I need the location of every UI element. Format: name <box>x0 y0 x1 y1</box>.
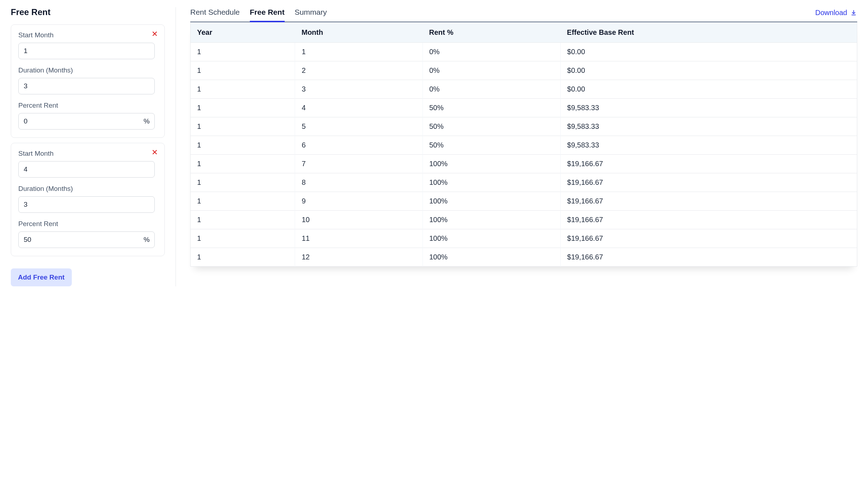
table-row: 1450%$9,583.33 <box>191 99 857 117</box>
table-cell: 1 <box>191 136 295 155</box>
table-wrap: YearMonthRent %Effective Base Rent 110%$… <box>190 22 857 267</box>
table-row: 110100%$19,166.67 <box>191 211 857 229</box>
close-icon <box>151 30 159 38</box>
table-cell: 3 <box>295 80 423 99</box>
table-row: 18100%$19,166.67 <box>191 173 857 192</box>
table-header: Month <box>295 23 423 43</box>
table-header: Year <box>191 23 295 43</box>
percent-rent-label: Percent Rent <box>18 102 157 109</box>
table-cell: 1 <box>191 43 295 61</box>
table-cell: 1 <box>191 99 295 117</box>
table-cell: 50% <box>423 136 560 155</box>
table-header: Effective Base Rent <box>560 23 857 43</box>
tabs: Rent ScheduleFree RentSummary <box>190 7 815 22</box>
free-rent-table: YearMonthRent %Effective Base Rent 110%$… <box>190 22 857 267</box>
table-cell: 11 <box>295 229 423 248</box>
table-cell: $19,166.67 <box>560 155 857 173</box>
table-cell: $9,583.33 <box>560 136 857 155</box>
duration-input[interactable] <box>18 196 155 213</box>
table-cell: 1 <box>191 61 295 80</box>
table-cell: 1 <box>191 173 295 192</box>
tabs-row: Rent ScheduleFree RentSummary Download <box>190 7 857 22</box>
start-month-label: Start Month <box>18 31 157 39</box>
free-rent-period-card: Start Month Duration (Months) Percent Re… <box>11 143 165 256</box>
duration-input[interactable] <box>18 78 155 94</box>
table-cell: $0.00 <box>560 43 857 61</box>
table-cell: 1 <box>191 155 295 173</box>
table-cell: 0% <box>423 80 560 99</box>
table-cell: 1 <box>191 211 295 229</box>
table-cell: 1 <box>191 80 295 99</box>
table-cell: 0% <box>423 61 560 80</box>
table-row: 1650%$9,583.33 <box>191 136 857 155</box>
add-free-rent-button[interactable]: Add Free Rent <box>11 268 72 286</box>
table-cell: 6 <box>295 136 423 155</box>
table-row: 17100%$19,166.67 <box>191 155 857 173</box>
table-cell: $0.00 <box>560 61 857 80</box>
start-month-input[interactable] <box>18 43 155 59</box>
free-rent-sidebar: Free Rent Start Month Duration (Months) … <box>11 7 176 286</box>
start-month-label: Start Month <box>18 150 157 158</box>
table-row: 130%$0.00 <box>191 80 857 99</box>
table-header: Rent % <box>423 23 560 43</box>
table-cell: 100% <box>423 211 560 229</box>
table-row: 120%$0.00 <box>191 61 857 80</box>
remove-period-button[interactable] <box>149 147 160 158</box>
table-cell: 10 <box>295 211 423 229</box>
duration-label: Duration (Months) <box>18 185 157 193</box>
table-cell: 4 <box>295 99 423 117</box>
duration-label: Duration (Months) <box>18 66 157 74</box>
table-cell: 9 <box>295 192 423 211</box>
table-cell: 1 <box>191 117 295 136</box>
table-cell: 1 <box>191 192 295 211</box>
table-cell: $0.00 <box>560 80 857 99</box>
table-cell: 2 <box>295 61 423 80</box>
free-rent-period-card: Start Month Duration (Months) Percent Re… <box>11 24 165 138</box>
table-cell: $9,583.33 <box>560 99 857 117</box>
table-cell: 7 <box>295 155 423 173</box>
main-panel: Rent ScheduleFree RentSummary Download Y… <box>187 7 857 286</box>
table-cell: $19,166.67 <box>560 211 857 229</box>
table-cell: 5 <box>295 117 423 136</box>
table-cell: 100% <box>423 192 560 211</box>
table-cell: $19,166.67 <box>560 192 857 211</box>
section-title: Free Rent <box>11 7 165 17</box>
download-link[interactable]: Download <box>815 9 857 20</box>
percent-rent-input[interactable] <box>18 113 155 130</box>
percent-rent-input[interactable] <box>18 231 155 248</box>
table-row: 110%$0.00 <box>191 43 857 61</box>
download-icon <box>850 9 857 16</box>
table-cell: $19,166.67 <box>560 229 857 248</box>
table-row: 1550%$9,583.33 <box>191 117 857 136</box>
table-cell: 50% <box>423 99 560 117</box>
table-cell: 100% <box>423 155 560 173</box>
table-cell: 100% <box>423 248 560 267</box>
tab-summary[interactable]: Summary <box>295 8 327 22</box>
table-cell: 100% <box>423 229 560 248</box>
table-row: 19100%$19,166.67 <box>191 192 857 211</box>
tab-rent-schedule[interactable]: Rent Schedule <box>190 8 240 22</box>
download-label: Download <box>815 9 847 17</box>
percent-rent-label: Percent Rent <box>18 220 157 228</box>
table-cell: 1 <box>295 43 423 61</box>
start-month-input[interactable] <box>18 161 155 178</box>
remove-period-button[interactable] <box>149 28 160 39</box>
close-icon <box>151 148 159 156</box>
table-row: 111100%$19,166.67 <box>191 229 857 248</box>
table-cell: 8 <box>295 173 423 192</box>
table-cell: 1 <box>191 248 295 267</box>
table-cell: $19,166.67 <box>560 248 857 267</box>
table-cell: 100% <box>423 173 560 192</box>
tab-free-rent[interactable]: Free Rent <box>250 8 285 22</box>
table-cell: 0% <box>423 43 560 61</box>
table-row: 112100%$19,166.67 <box>191 248 857 267</box>
table-cell: $19,166.67 <box>560 173 857 192</box>
table-cell: 1 <box>191 229 295 248</box>
table-cell: 50% <box>423 117 560 136</box>
table-cell: 12 <box>295 248 423 267</box>
table-cell: $9,583.33 <box>560 117 857 136</box>
